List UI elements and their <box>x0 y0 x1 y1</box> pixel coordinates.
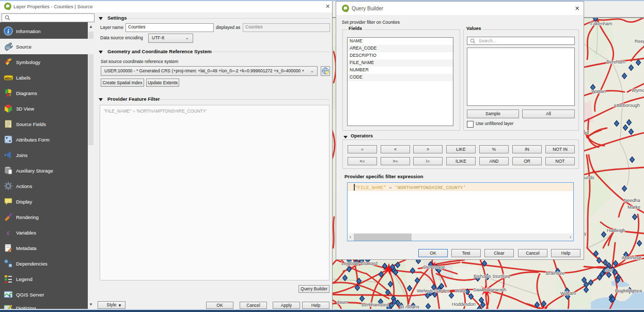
svg-text:Brightlingsea: Brightlingsea <box>615 288 642 293</box>
svg-text:Fakenham: Fakenham <box>590 21 612 26</box>
svg-text:ster: ster <box>605 268 613 273</box>
svg-text:Needha: Needha <box>624 198 640 203</box>
svg-text:Marke: Marke <box>627 205 640 210</box>
svg-text:Ware: Ware <box>455 288 466 293</box>
svg-text:unds: unds <box>584 175 594 180</box>
svg-text:Stevenage: Stevenage <box>423 264 445 270</box>
svg-text:Wymon: Wymon <box>632 88 644 93</box>
svg-text:Braintree: Braintree <box>546 271 565 276</box>
svg-text:ε: ε <box>7 229 10 237</box>
svg-text:abc: abc <box>5 76 12 81</box>
svg-text:Welwyn Garden: Welwyn Garden <box>417 288 450 293</box>
svg-text:dover: dover <box>337 300 349 305</box>
svg-text:rd: rd <box>584 130 588 135</box>
svg-text:y: y <box>584 231 587 236</box>
svg-text:Watton: Watton <box>591 89 606 94</box>
svg-text:Reep: Reep <box>635 39 644 44</box>
svg-text:Dereham: Dereham <box>606 59 625 65</box>
svg-text:Hoddesdon: Hoddesdon <box>452 302 476 307</box>
svg-text:Sawbridgeworth: Sawbridgeworth <box>473 287 507 292</box>
svg-text:Manningt: Manningt <box>622 255 642 260</box>
svg-text:Leighton Buzzard: Leighton Buzzard <box>341 261 378 266</box>
svg-text:Attleborough: Attleborough <box>614 103 640 108</box>
svg-text:Berkhamsted: Berkhamsted <box>362 302 389 307</box>
svg-text:Hadleigh: Hadleigh <box>607 228 625 233</box>
svg-text:Bishop's Stortford: Bishop's Stortford <box>474 274 510 279</box>
svg-text:Witham: Witham <box>560 291 576 296</box>
